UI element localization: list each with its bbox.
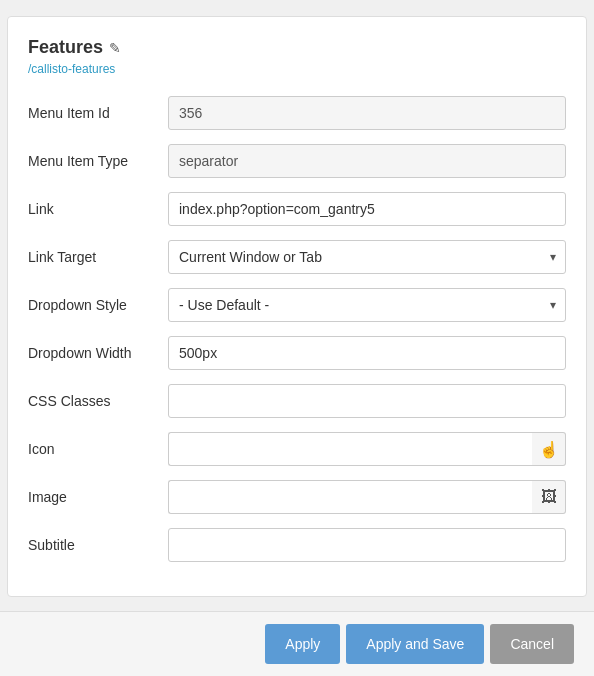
label-menu-item-id: Menu Item Id: [28, 105, 168, 121]
label-css-classes: CSS Classes: [28, 393, 168, 409]
input-btn-wrapper-icon: ☝: [168, 432, 566, 466]
apply-button[interactable]: Apply: [265, 624, 340, 664]
select-wrapper-link-target: Current Window or TabNew WindowParent Wi…: [168, 240, 566, 274]
input-subtitle[interactable]: [168, 528, 566, 562]
select-dropdown-style[interactable]: - Use Default -StandardExtended: [168, 288, 566, 322]
form-row-dropdown-style: Dropdown Style- Use Default -StandardExt…: [28, 288, 566, 322]
input-menu-item-type: [168, 144, 566, 178]
input-image[interactable]: [168, 480, 532, 514]
select-link-target[interactable]: Current Window or TabNew WindowParent Wi…: [168, 240, 566, 274]
label-link-target: Link Target: [28, 249, 168, 265]
label-subtitle: Subtitle: [28, 537, 168, 553]
form-row-menu-item-id: Menu Item Id: [28, 96, 566, 130]
breadcrumb: /callisto-features: [28, 62, 566, 76]
main-panel: Features ✎ /callisto-features Menu Item …: [7, 16, 587, 597]
label-link: Link: [28, 201, 168, 217]
form-row-link: Link: [28, 192, 566, 226]
input-icon[interactable]: [168, 432, 532, 466]
edit-icon[interactable]: ✎: [109, 40, 121, 56]
label-menu-item-type: Menu Item Type: [28, 153, 168, 169]
input-menu-item-id: [168, 96, 566, 130]
footer-bar: Apply Apply and Save Cancel: [0, 611, 594, 676]
label-icon: Icon: [28, 441, 168, 457]
label-image: Image: [28, 489, 168, 505]
form-row-subtitle: Subtitle: [28, 528, 566, 562]
label-dropdown-style: Dropdown Style: [28, 297, 168, 313]
input-btn-wrapper-image: 🖼: [168, 480, 566, 514]
apply-save-button[interactable]: Apply and Save: [346, 624, 484, 664]
form-container: Menu Item IdMenu Item TypeLinkLink Targe…: [28, 96, 566, 562]
input-css-classes[interactable]: [168, 384, 566, 418]
form-row-image: Image🖼: [28, 480, 566, 514]
panel-title: Features: [28, 37, 103, 58]
form-row-dropdown-width: Dropdown Width: [28, 336, 566, 370]
form-row-icon: Icon☝: [28, 432, 566, 466]
image-picker-button[interactable]: 🖼: [532, 480, 566, 514]
label-dropdown-width: Dropdown Width: [28, 345, 168, 361]
cancel-button[interactable]: Cancel: [490, 624, 574, 664]
form-row-menu-item-type: Menu Item Type: [28, 144, 566, 178]
input-dropdown-width[interactable]: [168, 336, 566, 370]
panel-header: Features ✎: [28, 37, 566, 58]
input-link[interactable]: [168, 192, 566, 226]
icon-picker-button[interactable]: ☝: [532, 432, 566, 466]
select-wrapper-dropdown-style: - Use Default -StandardExtended▾: [168, 288, 566, 322]
form-row-css-classes: CSS Classes: [28, 384, 566, 418]
form-row-link-target: Link TargetCurrent Window or TabNew Wind…: [28, 240, 566, 274]
